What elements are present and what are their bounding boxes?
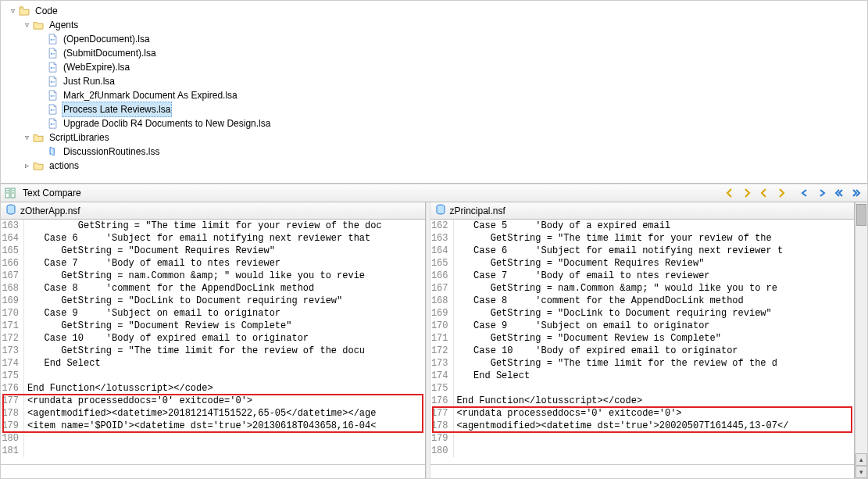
code-line[interactable]: 176End Function</lotusscript></code> <box>430 395 855 407</box>
code-line[interactable]: 180 <box>430 445 855 457</box>
line-number: 172 <box>1 332 24 345</box>
code-line[interactable]: 165 GetString = "Document Requires Revie… <box>430 257 855 270</box>
project-tree[interactable]: ▿ Code ▿ Agents ·(OpenDocument).lsa·(Sub… <box>1 1 867 184</box>
line-number: 166 <box>430 270 454 282</box>
code-line[interactable]: 165 GetString = "Document Requires Revie… <box>1 245 425 257</box>
code-line[interactable]: 178<agentmodified><datetime>20181214T151… <box>1 407 425 420</box>
code-line[interactable]: 170 Case 9 'Subject on email to originat… <box>430 320 855 332</box>
code-line[interactable]: 168 Case 8 'comment for the AppendDocLin… <box>1 282 425 295</box>
code-line[interactable]: 173 GetString = "The time limit for the … <box>1 345 425 357</box>
code-line[interactable]: 174 End Select <box>1 357 425 370</box>
code-line[interactable]: 171 GetString = "Document Review is Comp… <box>430 332 855 345</box>
left-pane-title: zOtherApp.nsf <box>20 206 80 216</box>
tree-label: Mark_2fUnmark Document As Expired.lsa <box>62 88 239 102</box>
line-content: GetString = "Document Review is Complete… <box>454 332 721 345</box>
code-line[interactable]: 169 GetString = "DocLink to Document req… <box>430 307 855 320</box>
twisty-icon[interactable]: ▿ <box>21 130 32 145</box>
tree-node-scriptlibs[interactable]: ▿ ScriptLibraries <box>7 130 867 145</box>
prev-diff-icon[interactable] <box>722 185 738 201</box>
tree-node-code[interactable]: ▿ Code <box>7 4 867 18</box>
tree-file-item[interactable]: ·DiscussionRoutines.lss <box>7 145 867 159</box>
code-line[interactable]: 163 GetString = "The time limit for your… <box>430 232 855 245</box>
svg-point-6 <box>50 123 52 125</box>
code-line[interactable]: 178<agentmodified><datetime dst='true'>2… <box>430 420 855 432</box>
code-line[interactable]: 166 Case 7 'Body of email to ntes review… <box>430 270 855 282</box>
tree-label: (OpenDocument).lsa <box>62 32 152 46</box>
code-line[interactable]: 180 <box>1 432 425 445</box>
line-content: <agentmodified><datetime>20181214T151522… <box>24 407 376 420</box>
left-horizontal-scrollbar[interactable] <box>1 465 425 478</box>
right-vertical-scrollbar[interactable]: ▴ ▾ <box>855 202 867 478</box>
tree-file-item[interactable]: ·Just Run.lsa <box>7 74 867 88</box>
tree-node-agents[interactable]: ▿ Agents <box>7 18 867 32</box>
code-line[interactable]: 172 Case 10 'Body of expired email to or… <box>430 345 855 357</box>
right-pane-header: zPrincipal.nsf <box>430 202 855 220</box>
next-diff-icon[interactable] <box>739 185 755 201</box>
code-line[interactable]: 177<rundata processeddocs='0' exitcode='… <box>430 407 855 420</box>
tree-file-item[interactable]: ·Mark_2fUnmark Document As Expired.lsa <box>7 88 867 102</box>
code-line[interactable]: 172 Case 10 'Body of expired email to or… <box>1 332 425 345</box>
tree-file-item[interactable]: ·(SubmitDocument).lsa <box>7 46 867 60</box>
agent-file-icon <box>46 117 59 130</box>
left-code-view[interactable]: 163 GetString = "The time limit for your… <box>1 220 425 464</box>
line-content: GetString = "DocLink to Document requiri… <box>454 307 772 320</box>
scroll-up-button[interactable]: ▴ <box>855 453 867 466</box>
right-pane-title: zPrincipal.nsf <box>450 206 505 216</box>
folder-open-icon <box>32 131 45 144</box>
code-line[interactable]: 167 GetString = nam.Common &amp; " would… <box>430 282 855 295</box>
line-number: 163 <box>430 232 454 245</box>
code-line[interactable]: 179<item name='$POID'><datetime dst='tru… <box>1 420 425 432</box>
left-pane: zOtherApp.nsf 163 GetString = "The time … <box>1 202 426 478</box>
tree-file-item[interactable]: ·(OpenDocument).lsa <box>7 32 867 46</box>
tree-label: Agents <box>48 18 80 32</box>
code-line[interactable]: 162 Case 5 'Body of a expired email <box>430 220 855 232</box>
right-horizontal-scrollbar[interactable] <box>430 465 855 478</box>
agent-file-icon <box>46 47 59 59</box>
line-number: 175 <box>1 370 24 382</box>
line-content: Case 7 'Body of email to ntes reviewer <box>454 270 710 282</box>
code-line[interactable]: 175 <box>430 382 855 395</box>
code-line[interactable]: 164 Case 6 'Subject for email notifying … <box>430 245 855 257</box>
line-number: 180 <box>1 432 24 445</box>
line-number: 171 <box>430 332 454 345</box>
scrollbar-thumb[interactable] <box>856 204 866 226</box>
code-line[interactable]: 173 GetString = "The time limit for the … <box>430 357 855 370</box>
code-line[interactable]: 177<rundata processeddocs='0' exitcode='… <box>1 395 425 407</box>
agent-file-icon <box>46 75 59 88</box>
line-content <box>24 370 27 382</box>
right-code-view[interactable]: 162 Case 5 'Body of a expired email163 G… <box>430 220 855 464</box>
code-line[interactable]: 163 GetString = "The time limit for your… <box>1 220 425 232</box>
code-line[interactable]: 166 Case 7 'Body of email to ntes review… <box>1 257 425 270</box>
next-change-icon[interactable] <box>773 185 789 201</box>
tree-file-item[interactable]: ·(WebExpire).lsa <box>7 60 867 74</box>
tree-file-item[interactable]: ·Process Late Reviews.lsa <box>7 102 867 116</box>
twisty-icon[interactable]: ▹ <box>21 159 32 173</box>
copy-right-icon[interactable] <box>814 185 830 201</box>
tree-file-item[interactable]: ·Upgrade Doclib R4 Documents to New Desi… <box>7 116 867 130</box>
compare-header: Text Compare <box>1 184 867 202</box>
code-line[interactable]: 164 Case 6 'Subject for email notifying … <box>1 232 425 245</box>
code-line[interactable]: 167 GetString = nam.Common &amp; " would… <box>1 270 425 282</box>
code-line[interactable]: 169 GetString = "DocLink to Document req… <box>1 295 425 307</box>
line-content: End Function</lotusscript></code> <box>454 395 643 407</box>
code-line[interactable]: 174 End Select <box>430 370 855 382</box>
line-content: <rundata processeddocs='0' exitcode='0'> <box>454 407 682 420</box>
code-line[interactable]: 181 <box>1 445 425 457</box>
code-line[interactable]: 170 Case 9 'Subject on email to originat… <box>1 307 425 320</box>
line-number: 166 <box>1 257 24 270</box>
code-line[interactable]: 175 <box>1 370 425 382</box>
scroll-down-button[interactable]: ▾ <box>855 466 867 478</box>
copy-all-left-icon[interactable] <box>831 185 847 201</box>
copy-left-icon[interactable] <box>797 185 813 201</box>
twisty-icon[interactable]: ▿ <box>21 18 32 32</box>
code-line[interactable]: 176End Function</lotusscript></code> <box>1 382 425 395</box>
code-line[interactable]: 179 <box>430 432 855 445</box>
tree-node-actions[interactable]: ▹ actions <box>7 159 867 173</box>
copy-all-right-icon[interactable] <box>848 185 864 201</box>
line-content: Case 6 'Subject for email notifying next… <box>454 245 784 257</box>
agent-file-icon <box>46 61 59 73</box>
code-line[interactable]: 168 Case 8 'comment for the AppendDocLin… <box>430 295 855 307</box>
twisty-icon[interactable]: ▿ <box>7 4 18 18</box>
code-line[interactable]: 171 GetString = "Document Review is Comp… <box>1 320 425 332</box>
prev-change-icon[interactable] <box>756 185 772 201</box>
